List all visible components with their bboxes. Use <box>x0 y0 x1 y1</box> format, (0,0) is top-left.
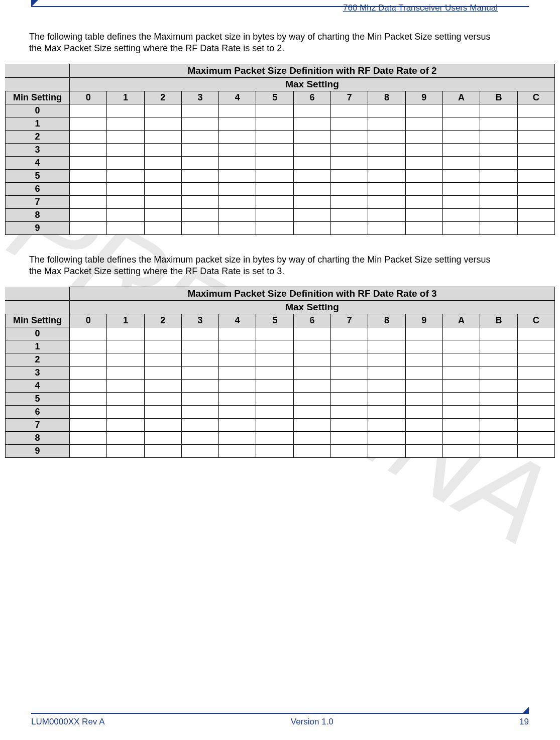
cell <box>517 353 554 366</box>
cell <box>480 208 517 221</box>
cell <box>181 104 218 117</box>
cell <box>70 130 107 143</box>
cell <box>181 444 218 457</box>
cell <box>480 366 517 379</box>
cell <box>256 444 293 457</box>
cell <box>293 208 330 221</box>
cell <box>293 117 330 130</box>
table-row: 8 <box>6 431 555 444</box>
cell <box>70 366 107 379</box>
cell <box>442 143 480 156</box>
cell <box>331 221 368 234</box>
cell <box>442 431 480 444</box>
cell <box>256 405 293 418</box>
cell <box>256 117 293 130</box>
table-row: 9 <box>6 444 555 457</box>
cell <box>144 156 181 169</box>
cell <box>405 221 442 234</box>
cell <box>144 182 181 195</box>
cell <box>293 392 330 405</box>
cell <box>293 104 330 117</box>
cell <box>517 444 554 457</box>
cell <box>517 366 554 379</box>
cell <box>107 392 144 405</box>
header-title: 760 Mhz Data Transceiver Users Manual <box>343 3 498 13</box>
cell <box>442 418 480 431</box>
table-row: 7 <box>6 418 555 431</box>
cell <box>517 208 554 221</box>
col-header: 4 <box>219 314 256 327</box>
col-header: 4 <box>219 91 256 104</box>
cell <box>368 182 405 195</box>
cell <box>405 340 442 353</box>
cell <box>331 327 368 340</box>
table-row: 2 <box>6 130 555 143</box>
cell <box>480 405 517 418</box>
cell <box>480 117 517 130</box>
cell <box>70 379 107 392</box>
cell <box>70 208 107 221</box>
cell <box>256 353 293 366</box>
cell <box>293 143 330 156</box>
cell <box>256 104 293 117</box>
cell <box>107 366 144 379</box>
col-header: 1 <box>107 314 144 327</box>
cell <box>480 444 517 457</box>
cell <box>442 405 480 418</box>
cell <box>107 156 144 169</box>
cell <box>70 392 107 405</box>
row-label: 8 <box>6 431 70 444</box>
cell <box>70 182 107 195</box>
cell <box>480 195 517 208</box>
cell <box>181 379 218 392</box>
row-label: 3 <box>6 143 70 156</box>
cell <box>368 366 405 379</box>
col-header: 9 <box>405 91 442 104</box>
cell <box>219 418 256 431</box>
cell <box>517 221 554 234</box>
row-label: 3 <box>6 366 70 379</box>
cell <box>107 353 144 366</box>
cell <box>517 130 554 143</box>
cell <box>107 405 144 418</box>
col-header: A <box>442 91 480 104</box>
footer: LUM0000XX Rev A Version 1.0 19 <box>31 713 529 727</box>
row-label: 7 <box>6 195 70 208</box>
cell <box>293 340 330 353</box>
cell <box>331 366 368 379</box>
cell <box>368 392 405 405</box>
cell <box>107 431 144 444</box>
cell <box>293 405 330 418</box>
col-header: 6 <box>293 91 330 104</box>
col-header: 7 <box>331 91 368 104</box>
col-header: 5 <box>256 91 293 104</box>
cell <box>293 353 330 366</box>
cell <box>144 444 181 457</box>
cell <box>442 392 480 405</box>
cell <box>442 340 480 353</box>
cell <box>181 130 218 143</box>
footer-left: LUM0000XX Rev A <box>31 717 104 727</box>
cell <box>144 169 181 182</box>
cell <box>480 327 517 340</box>
cell <box>181 327 218 340</box>
cell <box>107 130 144 143</box>
cell <box>442 379 480 392</box>
cell <box>144 208 181 221</box>
row-label: 5 <box>6 169 70 182</box>
cell <box>219 130 256 143</box>
cell <box>70 104 107 117</box>
cell <box>219 431 256 444</box>
row-label: 4 <box>6 156 70 169</box>
cell <box>517 156 554 169</box>
table-row: 6 <box>6 405 555 418</box>
cell <box>181 405 218 418</box>
cell <box>368 143 405 156</box>
cell <box>405 143 442 156</box>
cell <box>480 340 517 353</box>
cell <box>181 340 218 353</box>
cell <box>107 221 144 234</box>
cell <box>107 169 144 182</box>
cell <box>70 143 107 156</box>
cell <box>480 418 517 431</box>
